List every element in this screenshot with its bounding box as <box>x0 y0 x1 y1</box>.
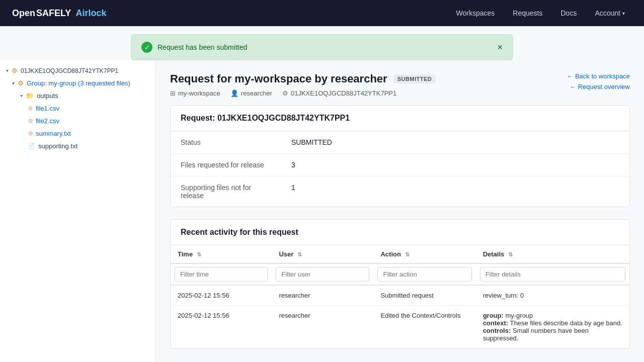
sidebar-item-supporting[interactable]: 📄 supporting.txt <box>0 140 155 152</box>
page-title-row: Request for my-workspace by researcher S… <box>170 72 436 85</box>
sidebar-item-file1[interactable]: ⊙ file1.csv <box>0 102 155 115</box>
txt-icon: ⊙ <box>28 130 33 137</box>
request-panel-header: Request: 01JKXE1OQJGCD88JT42YTK7PP1 <box>171 106 629 131</box>
filter-time-cell <box>171 263 272 285</box>
csv-icon: ⊙ <box>28 105 33 112</box>
meta-workspace-value: my-workspace <box>178 89 220 97</box>
row1-action: Submitted request <box>373 285 475 306</box>
sidebar-item-root[interactable]: ▾ ⚙ 01JKXE1OQJGCD88JT42YTK7PP1 <box>0 64 155 77</box>
activity-table: Time ⇅ User ⇅ Action ⇅ Details <box>171 245 629 348</box>
table-row: Status SUBMITTED <box>171 131 629 154</box>
row2-user: researcher <box>272 306 373 348</box>
sidebar-item-group[interactable]: ▾ ⚙ Group: my-group (3 requested files) <box>0 77 155 89</box>
brand-safely: SAFELY <box>36 8 71 19</box>
nav-workspaces[interactable]: Workspaces <box>449 5 502 21</box>
main-content: ▾ ⚙ 01JKXE1OQJGCD88JT42YTK7PP1 ▾ ⚙ Group… <box>0 60 644 362</box>
chevron-down-icon: ▾ <box>622 11 625 16</box>
request-overview-link[interactable]: ← Request overview <box>570 83 630 90</box>
filter-action-input[interactable] <box>377 267 471 282</box>
sidebar-file1-link[interactable]: file1.csv <box>36 105 59 112</box>
navbar: Open SAFELY Airlock Workspaces Requests … <box>0 0 644 26</box>
back-to-workspace-link[interactable]: ← Back to workspace <box>567 72 630 80</box>
filter-action-cell <box>373 263 475 285</box>
request-panel: Request: 01JKXE1OQJGCD88JT42YTK7PP1 Stat… <box>170 105 630 207</box>
row2-details: group: my-group context: These files des… <box>476 306 629 348</box>
page-header-left: Request for my-workspace by researcher S… <box>170 72 436 97</box>
activity-title: Recent activity for this request <box>181 228 298 236</box>
sort-icon[interactable]: ⇅ <box>197 251 201 257</box>
page-header: Request for my-workspace by researcher S… <box>170 72 630 97</box>
alert-left: ✓ Request has been submitted <box>141 42 247 53</box>
activity-filter-row <box>171 263 629 285</box>
meta-requestid-value: 01JKXE1OQJGCD88JT42YTK7PP1 <box>291 89 396 97</box>
info-value-supporting: 1 <box>281 176 629 207</box>
sidebar-outputs-label: outputs <box>37 92 58 100</box>
col-details: Details ⇅ <box>476 245 629 263</box>
col-time: Time ⇅ <box>171 245 272 263</box>
filter-details-cell <box>476 263 629 285</box>
info-value-status: SUBMITTED <box>281 131 629 154</box>
sidebar-item-summary[interactable]: ⊙ summary.txt <box>0 127 155 140</box>
info-value-files: 3 <box>281 154 629 176</box>
page-title: Request for my-workspace by researcher <box>170 72 387 85</box>
sort-icon[interactable]: ⇅ <box>297 251 302 257</box>
sidebar-root-id: 01JKXE1OQJGCD88JT42YTK7PP1 <box>21 67 118 74</box>
info-label-supporting: Supporting files not for release <box>171 176 281 207</box>
status-badge: SUBMITTED <box>393 74 436 83</box>
group-icon: ⚙ <box>18 79 24 87</box>
col-user: User ⇅ <box>272 245 373 263</box>
detail-bold-controls: controls: <box>483 327 511 334</box>
col-action: Action ⇅ <box>373 245 475 263</box>
brand-airlock: Airlock <box>75 8 106 19</box>
detail-group-value: my-group <box>505 312 533 319</box>
toggle-icon: ▾ <box>12 80 15 86</box>
activity-header: Recent activity for this request <box>171 220 629 245</box>
alert-success: ✓ Request has been submitted × <box>131 34 513 60</box>
supporting-icon: 📄 <box>28 143 35 149</box>
brand: Open SAFELY Airlock <box>12 8 106 19</box>
filter-user-input[interactable] <box>276 267 369 282</box>
sort-icon[interactable]: ⇅ <box>508 251 513 257</box>
header-links: ← Back to workspace ← Request overview <box>567 72 630 90</box>
sidebar: ▾ ⚙ 01JKXE1OQJGCD88JT42YTK7PP1 ▾ ⚙ Group… <box>0 60 156 362</box>
csv-icon: ⊙ <box>28 118 33 124</box>
hash-icon: ⚙ <box>282 89 288 97</box>
alert-message: Request has been submitted <box>157 43 247 51</box>
sidebar-group-link[interactable]: Group: my-group (3 requested files) <box>27 79 130 87</box>
info-label-files: Files requested for release <box>171 154 281 176</box>
table-row: Files requested for release 3 <box>171 154 629 176</box>
row2-time: 2025-02-12 15:56 <box>171 306 272 348</box>
filter-time-input[interactable] <box>175 267 268 282</box>
detail-bold-group: group: <box>483 312 504 319</box>
filter-user-cell <box>272 263 373 285</box>
detail-bold-context: context: <box>483 319 509 327</box>
row2-action: Edited the Context/Controls <box>373 306 475 348</box>
filter-details-input[interactable] <box>480 267 625 282</box>
right-panel: Request for my-workspace by researcher S… <box>156 60 644 362</box>
sidebar-summary-link[interactable]: summary.txt <box>36 130 71 137</box>
nav-docs[interactable]: Docs <box>554 5 584 21</box>
sidebar-item-outputs[interactable]: ▾ 📁 outputs <box>0 89 155 102</box>
sidebar-item-file2[interactable]: ⊙ file2.csv <box>0 115 155 127</box>
nav-requests[interactable]: Requests <box>506 5 549 21</box>
sort-icon[interactable]: ⇅ <box>405 251 410 257</box>
row1-user: researcher <box>272 285 373 306</box>
meta-requestid: ⚙ 01JKXE1OQJGCD88JT42YTK7PP1 <box>282 89 396 97</box>
meta-workspace: ⊞ my-workspace <box>170 89 220 97</box>
info-table: Status SUBMITTED Files requested for rel… <box>171 131 629 207</box>
info-label-status: Status <box>171 131 281 154</box>
brand-open: Open <box>12 8 35 19</box>
row1-time: 2025-02-12 15:56 <box>171 285 272 306</box>
folder-icon: 📁 <box>26 92 34 100</box>
workspace-icon: ⊞ <box>170 89 176 97</box>
alert-close-button[interactable]: × <box>497 43 503 52</box>
nav-account[interactable]: Account ▾ <box>588 5 632 21</box>
sidebar-supporting-label: supporting.txt <box>38 142 77 150</box>
meta-user-value: researcher <box>241 89 272 97</box>
meta-row: ⊞ my-workspace 👤 researcher ⚙ 01JKXE1OQJ… <box>170 89 436 97</box>
sidebar-file2-link[interactable]: file2.csv <box>36 117 59 125</box>
table-row: 2025-02-12 15:56 researcher Edited the C… <box>171 306 629 348</box>
toggle-icon: ▾ <box>20 93 23 99</box>
row1-details: review_turn: 0 <box>476 285 629 306</box>
request-panel-title: Request: 01JKXE1OQJGCD88JT42YTK7PP1 <box>181 114 350 122</box>
